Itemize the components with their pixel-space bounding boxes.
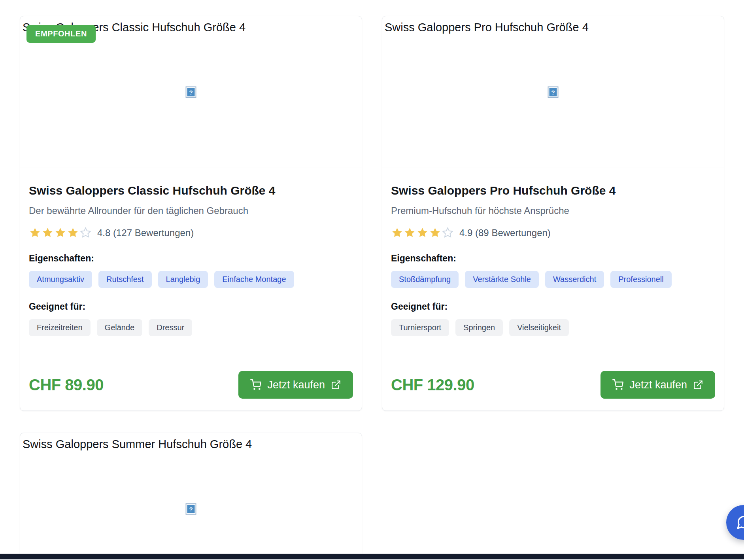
rating-text: 4.9 (89 Bewertungen) [459,227,551,238]
features-heading: Eigenschaften: [391,253,715,264]
product-image-placeholder: Swiss Galoppers Pro Hufschuh Größe 4 ? [382,16,724,168]
feature-tag: Langlebig [158,271,208,288]
external-link-icon [693,380,703,390]
product-image-placeholder: Swiss Galoppers Summer Hufschuh Größe 4 … [20,433,362,560]
product-price: CHF 129.90 [391,376,474,394]
suitability-tags: Freizeitreiten Gelände Dressur [29,319,353,336]
suitability-tag: Freizeitreiten [29,319,91,336]
feature-tag: Stoßdämpfung [391,271,459,288]
feature-tag: Verstärkte Sohle [465,271,539,288]
product-grid: Swiss Galoppers Classic Hufschuh Größe 4… [20,16,724,560]
image-alt-text: Swiss Galoppers Summer Hufschuh Größe 4 [23,438,252,451]
suitability-tag: Dressur [149,319,192,336]
broken-image-icon: ? [186,503,196,515]
price-row: CHF 129.90 Jetzt kaufen [391,371,715,399]
price-row: CHF 89.90 Jetzt kaufen [29,371,353,399]
external-link-icon [331,380,341,390]
star-rating: 4.9 (89 Bewertungen) [391,227,715,239]
suitable-heading: Geeignet für: [29,301,353,312]
feature-tags: Atmungsaktiv Rutschfest Langlebig Einfac… [29,271,353,288]
product-card-body: Swiss Galoppers Classic Hufschuh Größe 4… [20,168,362,411]
cart-icon [612,379,623,390]
features-heading: Eigenschaften: [29,253,353,264]
rating-text: 4.8 (127 Bewertungen) [97,227,194,238]
product-title: Swiss Galoppers Classic Hufschuh Größe 4 [29,184,353,197]
suitable-heading: Geeignet für: [391,301,715,312]
chat-button[interactable] [726,505,744,540]
product-price: CHF 89.90 [29,376,104,394]
cart-icon [250,379,261,390]
star-icons [391,227,454,239]
product-title: Swiss Galoppers Pro Hufschuh Größe 4 [391,184,715,197]
star-filled-icon [67,227,79,239]
suitability-tag: Springen [455,319,503,336]
star-empty-icon [79,227,92,239]
feature-tags: Stoßdämpfung Verstärkte Sohle Wasserdich… [391,271,715,288]
product-image-placeholder: Swiss Galoppers Classic Hufschuh Größe 4… [20,16,362,168]
product-description: Premium-Hufschuh für höchste Ansprüche [391,205,715,216]
bottom-bar [0,554,744,559]
star-filled-icon [42,227,54,239]
buy-now-label: Jetzt kaufen [629,379,687,391]
product-card: Swiss Galoppers Classic Hufschuh Größe 4… [20,16,362,411]
feature-tag: Einfache Montage [214,271,294,288]
buy-now-button[interactable]: Jetzt kaufen [238,371,353,399]
star-filled-icon [29,227,41,239]
image-alt-text: Swiss Galoppers Pro Hufschuh Größe 4 [385,21,589,34]
broken-image-icon: ? [186,86,196,98]
star-filled-icon [429,227,441,239]
star-filled-icon [54,227,66,239]
feature-tag: Atmungsaktiv [29,271,92,288]
star-rating: 4.8 (127 Bewertungen) [29,227,353,239]
suitability-tag: Gelände [97,319,143,336]
suitability-tags: Turniersport Springen Vielseitigkeit [391,319,715,336]
star-filled-icon [404,227,416,239]
suitability-tag: Turniersport [391,319,449,336]
chat-icon [736,515,744,530]
product-card: Swiss Galoppers Summer Hufschuh Größe 4 … [20,433,362,560]
feature-tag: Rutschfest [98,271,151,288]
recommended-badge: EMPFOHLEN [26,25,96,43]
feature-tag: Professionell [610,271,672,288]
broken-image-icon: ? [548,86,559,98]
product-card-body: Swiss Galoppers Pro Hufschuh Größe 4 Pre… [382,168,724,411]
buy-now-label: Jetzt kaufen [267,379,325,391]
product-description: Der bewährte Allrounder für den tägliche… [29,205,353,216]
suitability-tag: Vielseitigkeit [509,319,569,336]
product-card: Swiss Galoppers Pro Hufschuh Größe 4 ? S… [382,16,724,411]
star-icons [29,227,92,239]
buy-now-button[interactable]: Jetzt kaufen [600,371,715,399]
star-filled-icon [416,227,429,239]
star-filled-icon [391,227,403,239]
feature-tag: Wasserdicht [545,271,604,288]
star-empty-icon [442,227,454,239]
